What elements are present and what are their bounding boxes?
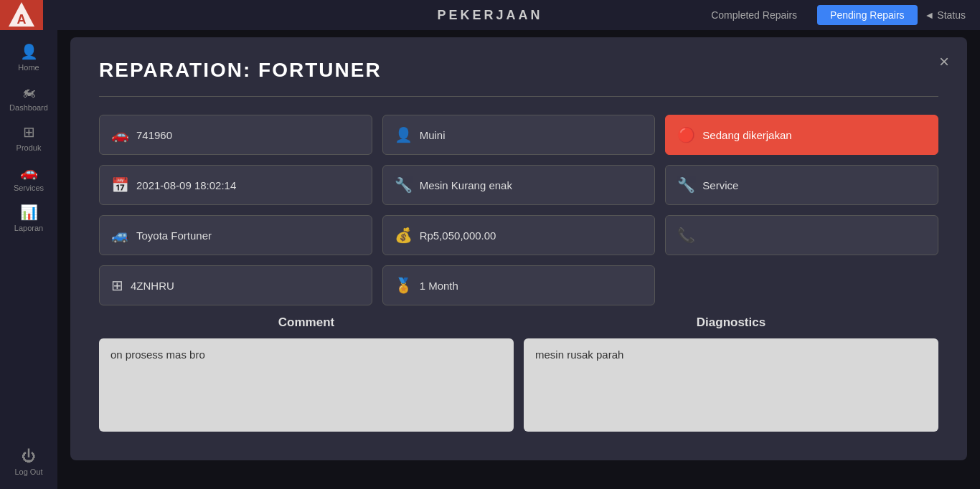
code-value: 4ZNHRU [131,280,174,292]
field-vehicle-id: 🚗 741960 [99,115,372,155]
dashboard-icon: 🏍 [22,84,36,100]
modal-backdrop: × REPARATION: FORTUNER 🚗 741960 👤 Muini … [57,30,980,489]
status-icon: 🔴 [677,126,695,143]
sidebar-item-produk[interactable]: ⊞ Produk [0,118,57,158]
pending-repairs-btn[interactable]: Pending Repairs [817,5,918,25]
sidebar: 👤 Home 🏍 Dashboard ⊞ Produk 🚗 Services 📊… [0,30,57,489]
comment-textarea[interactable] [99,338,514,432]
sidebar-item-services[interactable]: 🚗 Services [0,158,57,198]
sidebar-item-laporan[interactable]: 📊 Laporan [0,198,57,238]
field-service-type: 🔧 Service [665,165,938,205]
sidebar-label-logout: Log Out [14,467,42,476]
topbar-title: PEKERJAAN [437,8,542,23]
modal-divider [99,96,938,97]
wrench-icon: 🔧 [395,176,413,194]
sidebar-item-home[interactable]: 👤 Home [0,37,57,77]
field-duration: 🏅 1 Month [382,265,656,305]
textarea-row [99,338,938,432]
home-icon: 👤 [20,43,38,60]
topbar-nav: Completed Repairs Pending Repairs ◄ Stat… [698,5,966,25]
person-icon: 👤 [395,126,413,143]
field-row-4: ⊞ 4ZNHRU 🏅 1 Month [99,265,938,305]
field-row-3: 🚙 Toyota Fortuner 💰 Rp5,050,000.00 📞 [99,215,938,255]
date-value: 2021-08-09 18:02:14 [136,179,236,191]
service-icon: 🔧 [677,176,695,194]
mechanic-name-value: Muini [420,129,446,141]
complaint-value: Mesin Kurang enak [420,179,512,191]
field-complaint: 🔧 Mesin Kurang enak [382,165,656,205]
service-type-value: Service [702,179,738,191]
logo: A [0,0,43,30]
modal-close-button[interactable]: × [939,52,949,72]
car-icon: 🚗 [111,126,129,143]
laporan-icon: 📊 [20,204,38,221]
money-icon: 💰 [395,227,413,244]
phone-icon: 📞 [677,227,695,244]
sidebar-item-dashboard[interactable]: 🏍 Dashboard [0,77,57,118]
comment-header: Comment [99,315,514,330]
calendar-icon: 📅 [111,176,129,194]
field-car-model: 🚙 Toyota Fortuner [99,215,372,255]
sidebar-item-logout[interactable]: ⏻ Log Out [0,442,57,482]
field-code: ⊞ 4ZNHRU [99,265,372,305]
sidebar-label-produk: Produk [17,143,42,152]
status-value: Sedang dikerjakan [702,129,791,141]
status-nav[interactable]: ◄ Status [925,9,966,21]
field-row-2: 📅 2021-08-09 18:02:14 🔧 Mesin Kurang ena… [99,165,938,205]
diagnostics-textarea[interactable] [524,338,938,432]
vehicle-id-value: 741960 [136,129,172,141]
car-model-value: Toyota Fortuner [136,229,212,242]
field-phone[interactable]: 📞 [665,215,938,255]
sidebar-label-laporan: Laporan [14,224,43,232]
completed-repairs-btn[interactable]: Completed Repairs [698,5,810,25]
diagnostics-header: Diagnostics [524,315,938,330]
sidebar-label-home: Home [18,63,39,72]
sidebar-label-services: Services [14,184,44,192]
medal-icon: 🏅 [395,277,413,294]
suv-icon: 🚙 [111,227,129,244]
field-status: 🔴 Sedang dikerjakan [665,115,938,155]
modal-title: REPARATION: FORTUNER [99,59,938,82]
section-headers: Comment Diagnostics [99,315,938,330]
qr-icon: ⊞ [111,277,123,294]
svg-text:A: A [17,12,27,27]
topbar: A PEKERJAAN Completed Repairs Pending Re… [0,0,980,30]
duration-value: 1 Month [420,280,458,292]
field-mechanic-name: 👤 Muini [382,115,656,155]
main-content: × REPARATION: FORTUNER 🚗 741960 👤 Muini … [57,30,980,489]
produk-icon: ⊞ [23,123,35,141]
services-icon: 🚗 [20,163,38,181]
field-price: 💰 Rp5,050,000.00 [382,215,656,255]
price-value: Rp5,050,000.00 [420,229,496,242]
field-row-1: 🚗 741960 👤 Muini 🔴 Sedang dikerjakan [99,115,938,155]
sidebar-label-dashboard: Dashboard [9,103,48,112]
logout-icon: ⏻ [22,448,36,465]
modal: × REPARATION: FORTUNER 🚗 741960 👤 Muini … [70,37,967,460]
field-date: 📅 2021-08-09 18:02:14 [99,165,372,205]
